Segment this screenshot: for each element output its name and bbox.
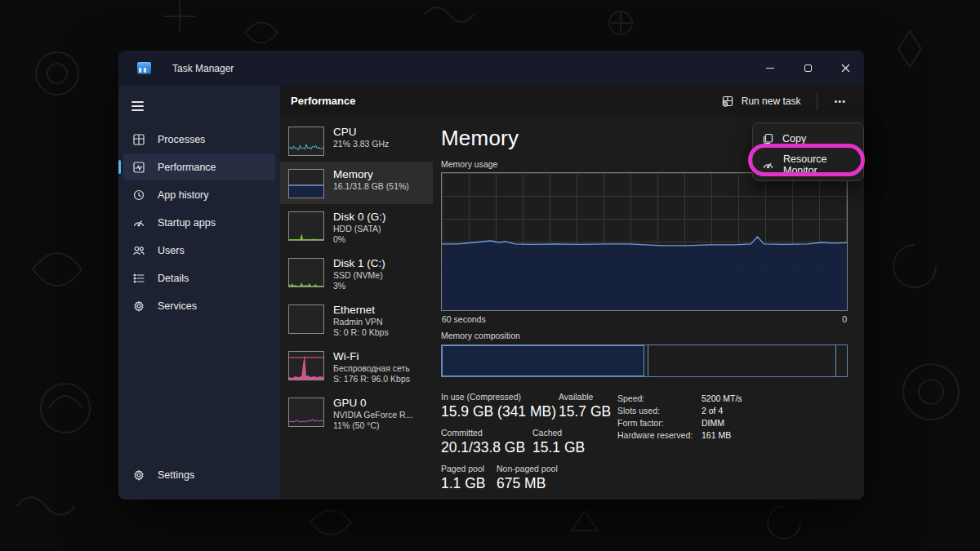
- settings-gear-icon: [132, 469, 145, 482]
- more-options-button[interactable]: •••: [824, 90, 856, 113]
- close-button[interactable]: [826, 51, 864, 86]
- memory-composition-label: Memory composition: [441, 331, 848, 340]
- menu-item-copy[interactable]: Copy: [753, 126, 863, 152]
- composition-divider: [648, 345, 648, 376]
- processes-icon: [132, 133, 145, 146]
- speedometer-icon: [132, 216, 145, 229]
- gpu-mini-graph: [288, 398, 324, 427]
- performance-icon: [132, 161, 145, 174]
- clock-history-icon: [132, 189, 145, 202]
- sidebar-item-label: Startup apps: [158, 217, 216, 229]
- cpu-mini-graph: [288, 127, 324, 156]
- task-manager-window: Task Manager Processes Perform: [118, 51, 864, 500]
- page-title: Performance: [291, 95, 355, 107]
- performance-device-list: CPU 21% 3.83 GHz Memory 16.1/31.8 GB (51…: [280, 116, 433, 500]
- menu-item-label: Resource Monitor: [783, 153, 863, 176]
- sidebar-item-label: App history: [158, 189, 209, 201]
- memory-usage-graph: [441, 172, 848, 311]
- header-separator: [817, 92, 817, 110]
- available-value: 15.7 GB: [559, 403, 611, 420]
- sidebar-item-details[interactable]: Details: [123, 264, 275, 291]
- slots-used-value: 2 of 4: [702, 405, 723, 417]
- run-new-task-button[interactable]: Run new task: [711, 90, 811, 113]
- memory-composition-bar: [441, 344, 848, 377]
- sidebar-item-label: Users: [158, 245, 185, 256]
- sidebar-item-label: Processes: [158, 134, 205, 145]
- memory-mini-graph: [288, 169, 324, 198]
- resource-monitor-icon: [762, 159, 774, 171]
- composition-in-use-segment: [442, 345, 644, 376]
- navigation-menu-button[interactable]: [125, 94, 158, 118]
- time-axis-left-label: 60 seconds: [442, 314, 486, 324]
- speed-value: 5200 MT/s: [702, 393, 742, 405]
- memory-stats: In use (Compressed) 15.9 GB (341 MB) Ava…: [441, 392, 614, 500]
- titlebar: Task Manager: [118, 51, 864, 86]
- form-factor-value: DIMM: [702, 417, 724, 429]
- disk0-mini-graph: [288, 211, 324, 241]
- copy-icon: [762, 133, 773, 144]
- nonpaged-pool-value: 675 MB: [497, 475, 546, 491]
- sidebar-item-label: Details: [158, 273, 189, 284]
- hardware-reserved-value: 161 MB: [702, 429, 731, 442]
- task-manager-app-icon: [137, 62, 151, 74]
- sidebar-item-users[interactable]: Users: [123, 237, 275, 264]
- sidebar-item-services[interactable]: Services: [123, 292, 275, 319]
- cached-value: 15.1 GB: [532, 439, 585, 455]
- nonpaged-pool-label: Non-paged pool: [497, 464, 558, 473]
- maximize-button[interactable]: [789, 51, 826, 86]
- minimize-icon: [766, 68, 774, 69]
- paged-pool-label: Paged pool: [441, 464, 487, 473]
- menu-item-label: Copy: [782, 133, 806, 144]
- sidebar-item-app-history[interactable]: App history: [123, 181, 275, 208]
- form-factor-label: Form factor:: [617, 417, 702, 429]
- sidebar-item-performance[interactable]: Performance: [123, 153, 275, 180]
- sidebar-item-startup-apps[interactable]: Startup apps: [123, 209, 275, 236]
- ethernet-mini-graph: [288, 304, 324, 334]
- device-item-ethernet[interactable]: Ethernet Radmin VPN S: 0 R: 0 Kbps: [280, 297, 433, 344]
- paged-pool-value: 1.1 GB: [441, 475, 485, 491]
- sidebar-item-label: Performance: [158, 162, 216, 173]
- in-use-label: In use (Compressed): [441, 392, 549, 402]
- run-new-task-icon: [721, 95, 734, 108]
- sidebar-item-label: Settings: [158, 469, 194, 481]
- device-item-gpu-0[interactable]: GPU 0 NVIDIA GeForce R... 11% (50 °C): [280, 390, 433, 437]
- details-list-icon: [132, 272, 145, 285]
- close-icon: [841, 64, 850, 73]
- device-item-wifi[interactable]: Wi-Fi Беспроводная сеть S: 176 R: 96.0 K…: [280, 344, 433, 390]
- speed-label: Speed:: [617, 393, 702, 405]
- device-item-memory[interactable]: Memory 16.1/31.8 GB (51%): [280, 162, 433, 204]
- cached-label: Cached: [532, 428, 585, 438]
- window-title: Task Manager: [172, 63, 234, 74]
- sidebar-item-processes[interactable]: Processes: [123, 126, 275, 153]
- page-header: Performance Run new task •••: [280, 86, 864, 116]
- device-item-disk-1[interactable]: Disk 1 (C:) SSD (NVMe) 3%: [280, 251, 433, 297]
- slots-used-label: Slots used:: [617, 405, 702, 417]
- sidebar-item-label: Services: [158, 300, 197, 312]
- time-axis-right-label: 0: [842, 314, 847, 324]
- device-item-cpu[interactable]: CPU 21% 3.83 GHz: [280, 119, 433, 162]
- wifi-mini-graph: [288, 351, 324, 380]
- minimize-button[interactable]: [751, 51, 789, 86]
- committed-label: Committed: [441, 428, 523, 438]
- committed-value: 20.1/33.8 GB: [441, 439, 525, 455]
- run-new-task-label: Run new task: [742, 96, 801, 107]
- available-label: Available: [559, 392, 611, 402]
- composition-divider: [835, 345, 836, 376]
- menu-item-resource-monitor[interactable]: Resource Monitor: [753, 152, 863, 178]
- services-gear-icon: [132, 300, 145, 313]
- in-use-value: 15.9 GB (341 MB): [441, 403, 556, 420]
- disk1-mini-graph: [288, 258, 324, 287]
- users-icon: [132, 244, 145, 257]
- maximize-icon: [804, 64, 812, 72]
- sidebar-item-settings[interactable]: Settings: [123, 461, 275, 488]
- context-menu: Copy Resource Monitor: [752, 122, 864, 181]
- sidebar: Processes Performance App history Startu…: [118, 86, 280, 500]
- hardware-reserved-label: Hardware reserved:: [617, 429, 702, 442]
- device-item-disk-0[interactable]: Disk 0 (G:) HDD (SATA) 0%: [280, 204, 433, 251]
- hardware-info: Speed:5200 MT/s Slots used:2 of 4 Form f…: [617, 392, 742, 500]
